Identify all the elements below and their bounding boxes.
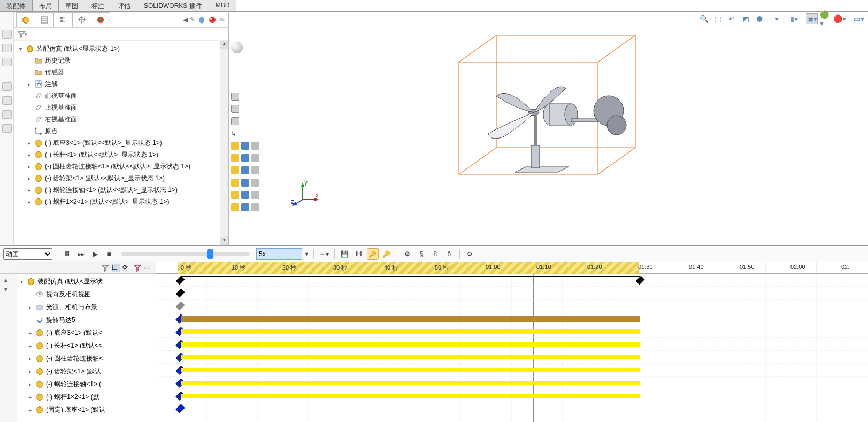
- timeline-row[interactable]: [156, 300, 868, 312]
- timeline[interactable]: 0 秒10 秒20 秒30 秒40 秒50 秒01:0001:1001:2001…: [156, 262, 868, 422]
- time-ruler[interactable]: 0 秒10 秒20 秒30 秒40 秒50 秒01:0001:1001:2001…: [156, 262, 868, 274]
- fm-tab-tree[interactable]: [16, 12, 35, 27]
- timeline-row[interactable]: [156, 377, 868, 389]
- display-col-icon[interactable]: [231, 105, 239, 113]
- display-col-icon[interactable]: [231, 117, 239, 125]
- display-col-icon[interactable]: [231, 142, 239, 150]
- fm-root[interactable]: ▾ 装配仿真 (默认<显示状态-1>): [15, 43, 228, 55]
- timeline-row[interactable]: [156, 338, 868, 351]
- display-col-icon[interactable]: [231, 166, 239, 174]
- display-col-icon[interactable]: [251, 166, 259, 174]
- fm-tab-display[interactable]: [91, 12, 110, 27]
- study-type-select[interactable]: 动画: [3, 248, 52, 260]
- motion-tree-item[interactable]: 视向及相机视图: [17, 288, 156, 301]
- animation-wizard-icon[interactable]: 🎞: [353, 248, 365, 260]
- contact-icon[interactable]: 8: [429, 248, 441, 260]
- timeline-row[interactable]: [156, 351, 868, 364]
- tab-layout[interactable]: 布局: [33, 0, 59, 11]
- fm-item[interactable]: ▸(-) 圆柱齿轮连接轴<1> (默认<<默认>_显示状态 1>): [15, 160, 228, 172]
- keyframe[interactable]: [636, 276, 645, 285]
- fm-nav-back[interactable]: ◀: [183, 16, 188, 24]
- keyframe[interactable]: [176, 289, 185, 298]
- playback-mode-icon[interactable]: →▾: [318, 248, 330, 260]
- fm-nav-pen-icon[interactable]: ✎: [190, 16, 195, 24]
- save-animation-icon[interactable]: 💾: [339, 248, 351, 260]
- appearance-sphere-icon[interactable]: [231, 42, 243, 53]
- fm-tab-config[interactable]: [53, 12, 73, 27]
- timeline-row[interactable]: [156, 312, 868, 325]
- fm-item[interactable]: 上视基准面: [15, 102, 228, 113]
- fm-filter-bar[interactable]: ▾: [14, 28, 228, 41]
- playback-thumb[interactable]: [207, 249, 213, 259]
- motion-tree-item[interactable]: ▸(-) 长杆<1> (默认<<: [17, 339, 156, 352]
- motion-hdr-icon[interactable]: ▭: [144, 264, 152, 272]
- fm-scrollbar[interactable]: ▴ ▾: [220, 41, 228, 245]
- display-col-icon[interactable]: [231, 93, 239, 101]
- expand-all-icon[interactable]: ▾: [0, 286, 17, 293]
- motion-tree-item[interactable]: ▸(-) 圆柱齿轮连接轴<: [17, 352, 156, 365]
- timeline-row[interactable]: [156, 274, 868, 287]
- motion-tree-item[interactable]: ▸(-) 底座3<1> (默认<: [17, 326, 156, 339]
- timeline-row[interactable]: [156, 364, 868, 377]
- keyframe[interactable]: [176, 404, 185, 413]
- motion-tree-item[interactable]: ▸(-) 蜗杆1×2<1> (默: [17, 390, 156, 403]
- keyframe[interactable]: [176, 276, 185, 285]
- strip-icon[interactable]: [2, 96, 12, 105]
- fm-item[interactable]: ▸(-) 长杆<1> (默认<<默认>_显示状态 1>): [15, 149, 228, 160]
- motion-tree-item[interactable]: ▸(-) 齿轮架<1> (默认: [17, 365, 156, 378]
- scroll-up-icon[interactable]: ▴: [220, 41, 228, 49]
- display-col-icon[interactable]: [241, 179, 249, 187]
- graphics-viewport[interactable]: 🔍 ⬚ ↶ ◩ ⬢ ▦▾ ▦▾ ◉▾ 🟢▾ 🔴▾ ▭▾: [282, 12, 868, 245]
- strip-icon[interactable]: [2, 58, 12, 66]
- display-col-icon[interactable]: [231, 191, 239, 199]
- fm-item[interactable]: 原点: [15, 125, 228, 137]
- motion-tree-item[interactable]: 旋转马达5: [17, 313, 156, 326]
- tab-assembly[interactable]: 装配体: [0, 0, 33, 11]
- display-col-icon[interactable]: [241, 166, 249, 174]
- tab-addins[interactable]: SOLIDWORKS 插件: [137, 0, 209, 11]
- calculate-icon[interactable]: 🖩: [62, 248, 73, 260]
- fm-nav-cube-icon[interactable]: [197, 16, 206, 24]
- previous-view-icon[interactable]: ↶: [726, 13, 738, 24]
- motion-hdr-icon[interactable]: ☐: [112, 264, 120, 272]
- display-col-icon[interactable]: [251, 142, 259, 150]
- display-col-icon[interactable]: [231, 179, 239, 187]
- display-col-icon[interactable]: [251, 179, 259, 187]
- tab-annotate[interactable]: 标注: [85, 0, 111, 11]
- fm-item[interactable]: ▸A注解: [15, 78, 228, 90]
- tab-sketch[interactable]: 草图: [59, 0, 85, 11]
- strip-icon[interactable]: [2, 124, 12, 133]
- display-col-icon[interactable]: [231, 154, 239, 162]
- view-orientation-icon[interactable]: ⬢: [754, 13, 765, 24]
- edit-appearance-icon[interactable]: ◉▾: [806, 13, 818, 24]
- hide-show-icon[interactable]: ▦▾: [787, 13, 798, 24]
- fm-item[interactable]: 传感器: [15, 66, 228, 78]
- scroll-down-icon[interactable]: ▾: [220, 237, 228, 245]
- fm-nav-eye-icon[interactable]: 👁: [219, 16, 225, 24]
- strip-icon[interactable]: [2, 110, 12, 119]
- spring-icon[interactable]: §: [416, 248, 427, 260]
- display-col-icon[interactable]: [251, 154, 259, 162]
- zoom-fit-icon[interactable]: 🔍: [698, 13, 710, 24]
- keyframe[interactable]: [176, 302, 185, 311]
- timeline-row[interactable]: [156, 325, 868, 338]
- strip-icon[interactable]: [2, 44, 12, 52]
- funnel-icon[interactable]: [133, 264, 142, 272]
- fm-item[interactable]: ▸(-) 蜗轮连接轴<1> (默认<<默认>_显示状态 1>): [15, 184, 228, 196]
- viewport-layout-icon[interactable]: ▭▾: [853, 13, 865, 24]
- motion-tree-item[interactable]: ▸(-) 蜗轮连接轴<1> (: [17, 378, 156, 390]
- display-col-icon[interactable]: [241, 191, 249, 199]
- display-col-icon[interactable]: [241, 142, 249, 150]
- fm-item[interactable]: 右视基准面: [15, 113, 228, 125]
- view-settings-icon[interactable]: 🔴▾: [834, 13, 846, 24]
- display-style-icon[interactable]: ▦▾: [767, 13, 779, 24]
- fm-item[interactable]: 历史记录: [15, 55, 228, 66]
- display-col-icon[interactable]: [241, 154, 249, 162]
- motion-tree-item[interactable]: ▾装配仿真 (默认<显示状: [17, 275, 156, 288]
- motion-tree-item[interactable]: ▸(固定) 底座<1> (默认: [17, 403, 156, 416]
- play-from-start-icon[interactable]: ▸▸: [75, 248, 87, 260]
- fm-item[interactable]: ▸(-) 底座3<1> (默认<<默认>_显示状态 1>): [15, 137, 228, 149]
- timeline-row[interactable]: [156, 389, 868, 402]
- display-col-icon[interactable]: [241, 203, 249, 211]
- tab-evaluate[interactable]: 评估: [111, 0, 137, 11]
